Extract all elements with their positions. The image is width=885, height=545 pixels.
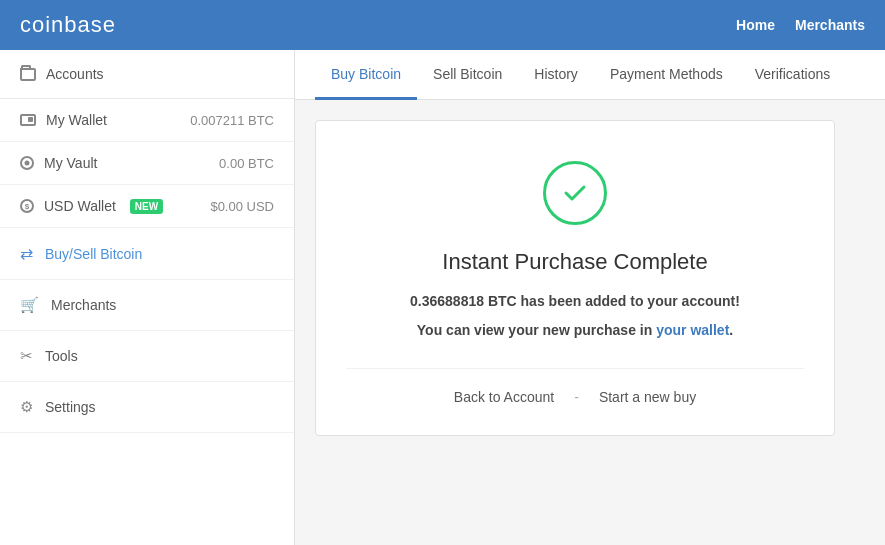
sidebar-nav-merchants[interactable]: 🛒 Merchants	[0, 280, 294, 331]
usd-label: USD Wallet	[44, 198, 116, 214]
tab-verifications[interactable]: Verifications	[739, 50, 846, 100]
buy-sell-label: Buy/Sell Bitcoin	[45, 246, 142, 262]
tab-payment-methods[interactable]: Payment Methods	[594, 50, 739, 100]
card-actions: Back to Account - Start a new buy	[346, 368, 804, 405]
success-sub-text: You can view your new purchase in	[417, 322, 656, 338]
accounts-header: Accounts	[0, 50, 294, 99]
sidebar-nav-settings[interactable]: ⚙ Settings	[0, 382, 294, 433]
success-title: Instant Purchase Complete	[346, 249, 804, 275]
sidebar-item-usd-wallet[interactable]: $ USD Wallet NEW $0.00 USD	[0, 185, 294, 228]
main-layout: Accounts My Wallet 0.007211 BTC My Vault…	[0, 50, 885, 545]
new-badge: NEW	[130, 199, 163, 214]
usd-value: $0.00 USD	[210, 199, 274, 214]
success-icon-circle	[543, 161, 607, 225]
cart-icon: 🛒	[20, 296, 39, 314]
usd-left: $ USD Wallet NEW	[20, 198, 163, 214]
sidebar-item-my-vault[interactable]: My Vault 0.00 BTC	[0, 142, 294, 185]
top-nav: coinbase Home Merchants	[0, 0, 885, 50]
exchange-icon: ⇄	[20, 244, 33, 263]
tools-label: Tools	[45, 348, 78, 364]
wallet-icon	[20, 114, 36, 126]
vault-left: My Vault	[20, 155, 97, 171]
merchants-label: Merchants	[51, 297, 116, 313]
your-wallet-link[interactable]: your wallet	[656, 322, 729, 338]
sidebar-item-my-wallet[interactable]: My Wallet 0.007211 BTC	[0, 99, 294, 142]
success-sub-after: .	[729, 322, 733, 338]
usd-icon: $	[20, 199, 34, 213]
tab-history[interactable]: History	[518, 50, 594, 100]
nav-home[interactable]: Home	[736, 17, 775, 33]
settings-label: Settings	[45, 399, 96, 415]
settings-icon: ⚙	[20, 398, 33, 416]
wallet-left: My Wallet	[20, 112, 107, 128]
main-content: Buy Bitcoin Sell Bitcoin History Payment…	[295, 50, 885, 545]
tab-sell-bitcoin[interactable]: Sell Bitcoin	[417, 50, 518, 100]
checkmark-icon	[561, 179, 589, 207]
action-separator: -	[574, 389, 579, 405]
top-nav-links: Home Merchants	[736, 17, 865, 33]
sidebar: Accounts My Wallet 0.007211 BTC My Vault…	[0, 50, 295, 545]
accounts-label: Accounts	[46, 66, 104, 82]
start-new-buy-link[interactable]: Start a new buy	[599, 389, 696, 405]
wallet-label: My Wallet	[46, 112, 107, 128]
vault-value: 0.00 BTC	[219, 156, 274, 171]
nav-merchants[interactable]: Merchants	[795, 17, 865, 33]
sidebar-nav-tools[interactable]: ✂ Tools	[0, 331, 294, 382]
success-card: Instant Purchase Complete 0.36688818 BTC…	[315, 120, 835, 436]
back-to-account-link[interactable]: Back to Account	[454, 389, 554, 405]
tab-buy-bitcoin[interactable]: Buy Bitcoin	[315, 50, 417, 100]
sidebar-nav-buy-sell[interactable]: ⇄ Buy/Sell Bitcoin	[0, 228, 294, 280]
card-container: Instant Purchase Complete 0.36688818 BTC…	[295, 100, 885, 456]
folder-icon	[20, 68, 36, 81]
success-message: 0.36688818 BTC has been added to your ac…	[346, 291, 804, 312]
wallet-value: 0.007211 BTC	[190, 113, 274, 128]
tabs-bar: Buy Bitcoin Sell Bitcoin History Payment…	[295, 50, 885, 100]
vault-icon	[20, 156, 34, 170]
tools-icon: ✂	[20, 347, 33, 365]
vault-label: My Vault	[44, 155, 97, 171]
logo: coinbase	[20, 12, 116, 38]
success-sub: You can view your new purchase in your w…	[346, 322, 804, 338]
